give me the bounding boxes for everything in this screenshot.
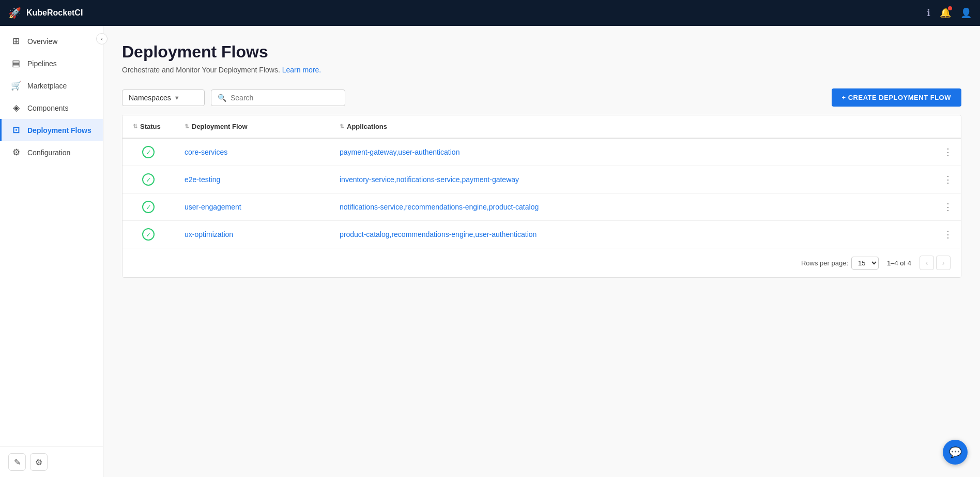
applications-cell: payment-gateway,user-authentication (329, 138, 933, 166)
create-deployment-flow-button[interactable]: + CREATE DEPLOYMENT FLOW (832, 88, 961, 107)
row-menu-button[interactable]: ⋮ (933, 221, 961, 248)
sort-flow-icon: ⇅ (185, 123, 189, 130)
table-row: ✓ ux-optimization product-catalog,recomm… (122, 221, 961, 248)
sidebar-item-label: Components (27, 104, 68, 112)
row-menu-button[interactable]: ⋮ (933, 166, 961, 193)
pipelines-icon: ▤ (11, 58, 21, 69)
topbar: 🚀 KubeRocketCI ℹ 🔔 👤 (0, 0, 980, 26)
sidebar-item-overview[interactable]: ⊞ Overview (0, 30, 103, 52)
toolbar: Namespaces ▼ 🔍 + CREATE DEPLOYMENT FLOW (122, 88, 961, 107)
status-cell: ✓ (122, 138, 174, 166)
sidebar-item-label: Overview (27, 37, 57, 46)
app-name: KubeRocketCI (26, 8, 83, 18)
sidebar-item-deployment-flows[interactable]: ⊡ Deployment Flows (0, 119, 103, 141)
page-title: Deployment Flows (122, 42, 961, 62)
applications-cell: notifications-service,recommendations-en… (329, 193, 933, 221)
learn-more-link[interactable]: Learn more. (282, 66, 321, 74)
settings-button[interactable]: ⚙ (30, 453, 48, 471)
deployment-flows-table: ⇅ Status ⇅ Deployment Flow (122, 115, 961, 278)
rows-per-page-select[interactable]: 15 25 50 (851, 257, 879, 270)
info-icon[interactable]: ℹ (927, 7, 930, 19)
components-icon: ◈ (11, 102, 21, 113)
status-ok-icon: ✓ (142, 146, 155, 158)
deployment-flows-icon: ⊡ (11, 125, 21, 136)
flow-name-link[interactable]: e2e-testing (185, 175, 220, 184)
next-page-button[interactable]: › (936, 256, 951, 270)
notification-icon[interactable]: 🔔 (940, 7, 951, 19)
table-row: ✓ core-services payment-gateway,user-aut… (122, 138, 961, 166)
prev-page-button[interactable]: ‹ (920, 256, 934, 270)
sidebar-item-label: Configuration (27, 148, 70, 157)
table-row: ✓ user-engagement notifications-service,… (122, 193, 961, 221)
sidebar-item-label: Marketplace (27, 82, 67, 90)
edit-button[interactable]: ✎ (8, 453, 26, 471)
status-ok-icon: ✓ (142, 201, 155, 213)
chat-icon: 💬 (949, 446, 962, 458)
applications-cell: product-catalog,recommendations-engine,u… (329, 221, 933, 248)
status-ok-icon: ✓ (142, 228, 155, 241)
chevron-down-icon: ▼ (174, 95, 180, 101)
status-ok-icon: ✓ (142, 173, 155, 186)
namespace-select[interactable]: Namespaces ▼ (122, 90, 205, 106)
main-content: Deployment Flows Orchestrate and Monitor… (103, 26, 980, 477)
column-actions (933, 115, 961, 138)
sidebar-item-configuration[interactable]: ⚙ Configuration (0, 141, 103, 163)
page-range: 1–4 of 4 (887, 259, 911, 267)
flow-name-cell: ux-optimization (174, 221, 329, 248)
rows-per-page-control: Rows per page: 15 25 50 (801, 257, 879, 270)
sort-apps-icon: ⇅ (340, 123, 344, 130)
flow-name-link[interactable]: user-engagement (185, 203, 241, 211)
search-box: 🔍 (211, 90, 345, 106)
sidebar-item-marketplace[interactable]: 🛒 Marketplace (0, 74, 103, 97)
sidebar-item-components[interactable]: ◈ Components (0, 97, 103, 119)
rows-per-page-label: Rows per page: (801, 259, 848, 267)
avatar-icon[interactable]: 👤 (960, 7, 972, 19)
status-cell: ✓ (122, 221, 174, 248)
toolbar-left: Namespaces ▼ 🔍 (122, 90, 345, 106)
sidebar-item-label: Deployment Flows (27, 126, 91, 135)
flow-name-cell: e2e-testing (174, 166, 329, 193)
marketplace-icon: 🛒 (11, 80, 21, 91)
flow-name-link[interactable]: core-services (185, 148, 227, 156)
edit-icon: ✎ (14, 457, 21, 467)
overview-icon: ⊞ (11, 36, 21, 47)
column-status[interactable]: ⇅ Status (122, 115, 174, 138)
status-cell: ✓ (122, 166, 174, 193)
namespace-label: Namespaces (129, 94, 171, 102)
app-body: ‹ ⊞ Overview ▤ Pipelines 🛒 Marketplace ◈… (0, 26, 980, 477)
page-subtitle: Orchestrate and Monitor Your Deployment … (122, 66, 961, 74)
table-row: ✓ e2e-testing inventory-service,notifica… (122, 166, 961, 193)
pagination: Rows per page: 15 25 50 1–4 of 4 ‹ › (122, 248, 961, 277)
sidebar-item-pipelines[interactable]: ▤ Pipelines (0, 52, 103, 74)
sidebar: ‹ ⊞ Overview ▤ Pipelines 🛒 Marketplace ◈… (0, 26, 103, 477)
topbar-left: 🚀 KubeRocketCI (8, 7, 83, 19)
flow-name-link[interactable]: ux-optimization (185, 230, 233, 238)
column-deployment-flow[interactable]: ⇅ Deployment Flow (174, 115, 329, 138)
page-navigation: ‹ › (920, 256, 951, 270)
sidebar-item-label: Pipelines (27, 59, 57, 68)
row-menu-button[interactable]: ⋮ (933, 193, 961, 221)
configuration-icon: ⚙ (11, 147, 21, 158)
logo-icon: 🚀 (8, 7, 21, 19)
status-cell: ✓ (122, 193, 174, 221)
notification-dot (948, 6, 952, 10)
search-input[interactable] (231, 94, 334, 102)
column-applications[interactable]: ⇅ Applications (329, 115, 933, 138)
settings-icon: ⚙ (35, 457, 42, 467)
sidebar-collapse-button[interactable]: ‹ (96, 33, 108, 44)
flow-name-cell: user-engagement (174, 193, 329, 221)
sidebar-bottom: ✎ ⚙ (0, 446, 103, 477)
search-icon: 🔍 (218, 94, 226, 102)
topbar-right: ℹ 🔔 👤 (927, 7, 972, 19)
sort-status-icon: ⇅ (133, 123, 137, 130)
chat-fab-button[interactable]: 💬 (943, 440, 968, 465)
applications-cell: inventory-service,notifications-service,… (329, 166, 933, 193)
flow-name-cell: core-services (174, 138, 329, 166)
row-menu-button[interactable]: ⋮ (933, 138, 961, 166)
